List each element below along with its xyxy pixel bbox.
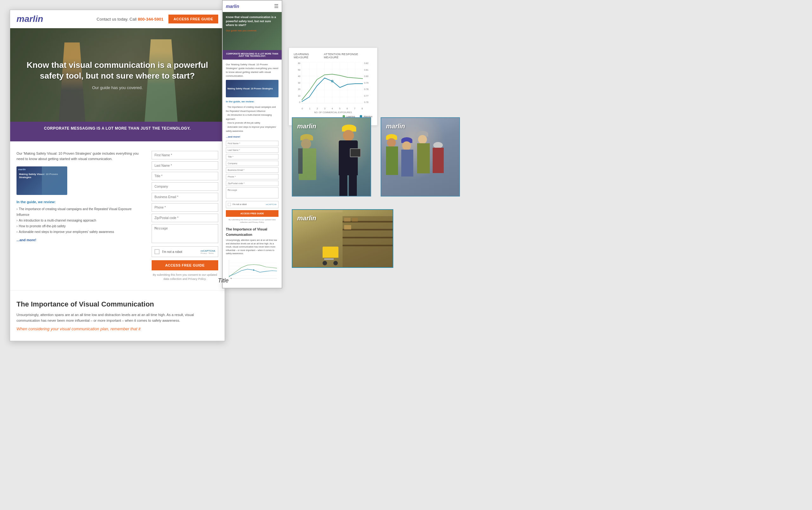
card-3-logo: marlin — [297, 215, 316, 222]
mobile-hero-title: Know that visual communication is a powe… — [226, 15, 279, 27]
review-list: The importance of creating visual campai… — [17, 206, 145, 235]
chart-y-left-labels: 60 50 40 30 20 10 0 — [294, 62, 302, 103]
p1-head — [387, 138, 396, 147]
desktop-header: marlin Contact us today. Call 800-344-59… — [10, 10, 225, 28]
last-name-field[interactable] — [152, 161, 218, 170]
y-label: 10 — [298, 95, 300, 97]
message-field[interactable] — [152, 224, 218, 243]
recaptcha-logo: reCAPTCHA Privacy - Terms — [200, 249, 215, 254]
mobile-message[interactable] — [226, 187, 279, 199]
list-item: An introduction to a multi-channel messa… — [17, 218, 145, 223]
mobile-email[interactable] — [226, 167, 279, 173]
mobile-hero: Know that visual communication is a powe… — [223, 12, 282, 50]
person-2 — [400, 136, 414, 196]
form-disclaimer: By submitting this form you consent to o… — [152, 273, 218, 281]
card-2-logo: marlin — [386, 123, 405, 130]
mobile-last-name[interactable] — [226, 147, 279, 153]
mobile-zip[interactable] — [226, 181, 279, 186]
image-card-3: marlin — [292, 209, 393, 268]
list-item: Actionable next steps to improve your em… — [226, 125, 279, 133]
captcha-widget: I'm not a robot reCAPTCHA Privacy - Term… — [152, 246, 218, 257]
x-label: 5 — [339, 108, 340, 110]
hero-title: Know that visual communication is a powe… — [17, 60, 218, 82]
captcha-checkbox[interactable] — [154, 249, 160, 254]
list-item: The importance of creating visual campai… — [226, 105, 279, 113]
person-3 — [415, 129, 431, 196]
x-label: 8 — [361, 108, 363, 110]
content-section: Our 'Making Safety Visual: 10 Proven Str… — [10, 141, 225, 290]
purple-banner: CORPORATE MESSAGING IS A LOT MORE THAN J… — [10, 122, 225, 141]
title-annotation: Title ` — [218, 277, 232, 284]
box-3 — [344, 225, 351, 230]
bg-head — [301, 139, 311, 149]
y-label-right: 0.79 — [364, 82, 369, 84]
y-label-right: 0.82 — [364, 62, 369, 64]
wheel-1 — [323, 261, 327, 265]
box-2 — [352, 218, 358, 221]
p1-vest — [386, 146, 398, 175]
y-label: 30 — [298, 82, 300, 84]
list-item: How to promote off-the-job safety — [226, 121, 279, 125]
hero-section: Know that visual communication is a powe… — [10, 28, 225, 122]
and-more-text: ...and more! — [17, 238, 145, 242]
box-1 — [344, 218, 350, 221]
x-label: 0 — [302, 108, 303, 110]
body-shape — [339, 141, 358, 175]
mobile-review-list: The importance of creating visual campai… — [226, 105, 279, 133]
email-field[interactable] — [152, 193, 218, 201]
y-label: 50 — [298, 69, 300, 71]
chart-y-right-labels: 0.82 0.81 0.80 0.79 0.78 0.77 0.76 — [363, 62, 372, 103]
hero-subtitle: Our guide has you covered. — [17, 85, 218, 90]
mobile-phone[interactable] — [226, 174, 279, 179]
mobile-logo: marlin — [226, 4, 239, 9]
chart-title-left: LEARNING MEASURE — [294, 53, 324, 59]
zip-field[interactable] — [152, 214, 218, 222]
mobile-captcha: I'm not a robot reCAPTCHA — [226, 201, 279, 208]
desktop-logo: marlin — [17, 14, 43, 24]
y-label: 40 — [298, 75, 300, 77]
y-label-right: 0.81 — [364, 69, 369, 71]
x-label: 3 — [324, 108, 325, 110]
x-label: 1 — [309, 108, 311, 110]
lead-form: I'm not a robot reCAPTCHA Privacy - Term… — [152, 151, 218, 281]
phone-field[interactable] — [152, 203, 218, 212]
form-submit-button[interactable]: ACCESS FREE GUIDE — [152, 260, 218, 270]
phone-number[interactable]: 800-344-5901 — [138, 17, 163, 22]
forklift-forks — [324, 258, 334, 260]
mobile-bottom-text: Unsurprisingly, attention spans are at a… — [226, 239, 279, 256]
header-cta-button[interactable]: ACCESS FREE GUIDE — [168, 14, 218, 24]
hamburger-icon[interactable]: ☰ — [274, 3, 279, 9]
guide-cover-logo: marlin — [18, 168, 26, 171]
p3-head — [418, 135, 427, 144]
chart-area: 60 50 40 30 20 10 0 — [294, 62, 372, 110]
person-4 — [432, 139, 444, 196]
bottom-description: Unsurprisingly, attention spans are at a… — [17, 312, 218, 323]
background-worker — [296, 132, 321, 196]
contact-text: Contact us today. Call 800-344-5901 — [97, 17, 164, 22]
mobile-mockup: marlin ☰ Know that visual communication … — [222, 0, 282, 289]
y-label: 0 — [299, 101, 300, 103]
mobile-captcha-checkbox[interactable] — [228, 203, 231, 206]
mobile-submit-button[interactable]: ACCESS FREE GUIDE — [226, 210, 279, 217]
first-name-field[interactable] — [152, 151, 218, 159]
title-field[interactable] — [152, 172, 218, 180]
forklift-body — [323, 247, 339, 258]
bottom-subtitle: When considering your visual communicati… — [17, 327, 218, 331]
guide-cover-image-overlay — [42, 167, 67, 195]
mobile-purple-banner: CORPORATE MESSAGING IS A LOT MORE THAN J… — [223, 50, 282, 60]
list-item: The importance of creating visual campai… — [17, 206, 145, 218]
mobile-company[interactable] — [226, 161, 279, 166]
group-figures — [381, 129, 459, 196]
x-label: 2 — [317, 108, 318, 110]
mobile-title-field[interactable] — [226, 154, 279, 159]
mobile-captcha-label: I'm not a robot — [232, 203, 247, 206]
chart-title-row: LEARNING MEASURE ATTENTION RESPONSE MEAS… — [294, 53, 372, 59]
company-field[interactable] — [152, 182, 218, 191]
hero-content: Know that visual communication is a powe… — [10, 54, 225, 96]
mobile-header: marlin ☰ — [223, 1, 282, 12]
p3-vest — [417, 143, 430, 173]
mobile-first-name[interactable] — [226, 141, 279, 146]
card-1-logo: marlin — [297, 123, 316, 130]
y-label: 60 — [298, 62, 300, 64]
chart-panel: LEARNING MEASURE ATTENTION RESPONSE MEAS… — [289, 48, 377, 125]
